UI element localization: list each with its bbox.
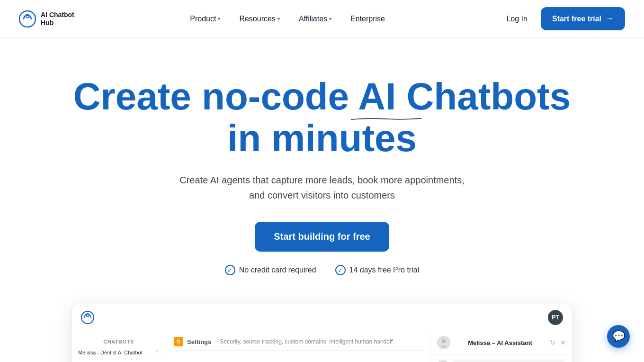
svg-point-6 [437, 360, 449, 362]
badge-label-2: 14 days free Pro trial [349, 266, 420, 274]
logo-text: AI Chatbot Hub [41, 11, 74, 27]
check-icon-1: ✓ [225, 265, 235, 275]
screenshot-section-label: Chatbots [72, 337, 166, 346]
chat-avatar-icon [437, 360, 449, 362]
hero-title-part1: Create [73, 75, 202, 118]
nav-actions: Log In Start free trial → [501, 7, 625, 30]
screenshot-body: Chatbots Melissa - Dentist AI Chatbot ⌃ … [72, 331, 572, 362]
hero-title: Create no-code AI Chatbots in minutes [62, 76, 582, 159]
product-chevron-icon: ▾ [218, 16, 220, 21]
chat-bot-avatar-icon [437, 336, 450, 349]
settings-header: ⚙ Settings – Security, source tracking, … [174, 337, 422, 351]
app-screenshot: PT Chatbots Melissa - Dentist AI Chatbot… [71, 304, 573, 362]
logo-link[interactable]: AI Chatbot Hub [19, 10, 74, 27]
cta-button[interactable]: Start building for free [255, 222, 389, 252]
nav-links: Product ▾ Resources ▾ Affiliates ▾ Enter… [182, 11, 393, 27]
chat-header: Melissa – AI Assistant ↻ ✕ [430, 331, 572, 354]
screenshot-sidebar: Chatbots Melissa - Dentist AI Chatbot ⌃ … [72, 331, 166, 362]
chatbot-chevron-icon: ⌃ [154, 349, 159, 356]
svg-point-2 [81, 311, 94, 324]
nav-resources[interactable]: Resources ▾ [232, 11, 287, 27]
check-icon-2: ✓ [335, 265, 346, 275]
chatbot-selector[interactable]: Melissa - Dentist AI Chatbot ⌃ [72, 346, 166, 359]
hero-section: Create no-code AI Chatbots in minutes Cr… [0, 38, 644, 362]
chat-bot-avatar [437, 336, 450, 349]
chat-close-icon[interactable]: ✕ [560, 339, 566, 346]
svg-point-5 [442, 339, 446, 343]
chat-name: Melissa – AI Assistant [454, 339, 546, 346]
screenshot-settings-panel: ⚙ Settings – Security, source tracking, … [166, 331, 430, 362]
settings-desc: – Security, source tracking, custom doma… [215, 338, 394, 345]
screenshot-chat-panel: Melissa – AI Assistant ↻ ✕ Hey th [430, 331, 572, 362]
screenshot-logo-icon [81, 311, 94, 324]
login-button[interactable]: Log In [501, 11, 533, 27]
affiliates-chevron-icon: ▾ [329, 16, 331, 21]
screenshot-topbar: PT [72, 304, 572, 331]
hero-title-part2: in minutes [227, 117, 417, 159]
badge-free-trial: ✓ 14 days free Pro trial [335, 265, 420, 275]
start-trial-button[interactable]: Start free trial → [541, 7, 625, 30]
nav-product[interactable]: Product ▾ [182, 11, 228, 27]
chat-message-avatar [437, 360, 449, 362]
badge-no-credit-card: ✓ No credit card required [225, 265, 316, 275]
hero-title-highlight: no-code AI Chatbots [202, 76, 571, 118]
badge-label-1: No credit card required [239, 266, 316, 274]
nav-enterprise[interactable]: Enterprise [343, 11, 393, 27]
chat-widget-button[interactable]: 💬 [607, 325, 630, 348]
trial-arrow-icon: → [605, 14, 614, 24]
resources-chevron-icon: ▾ [277, 16, 280, 21]
settings-title: Settings [187, 338, 211, 345]
chat-body: Hey there, it's Melissa your AI assistan… [430, 354, 572, 362]
chat-actions: ↻ ✕ [550, 339, 566, 346]
trial-label: Start free trial [552, 15, 601, 23]
navbar: AI Chatbot Hub Product ▾ Resources ▾ Aff… [0, 0, 644, 38]
screenshot-user-avatar: PT [548, 310, 563, 325]
chatbot-name: Melissa - Dentist AI Chatbot [78, 350, 143, 355]
security-row[interactable]: 🛡 Security Configure your AI chat's visi… [174, 356, 422, 362]
chat-bubble: Hey there, it's Melissa your AI assistan… [453, 360, 566, 362]
chat-refresh-icon[interactable]: ↻ [550, 339, 555, 346]
nav-affiliates[interactable]: Affiliates ▾ [291, 11, 339, 27]
hero-subtitle: Create AI agents that capture more leads… [179, 172, 464, 203]
hero-badges: ✓ No credit card required ✓ 14 days free… [225, 265, 419, 275]
svg-point-0 [19, 11, 36, 27]
settings-gear-icon: ⚙ [174, 337, 183, 346]
logo-icon [19, 10, 36, 27]
